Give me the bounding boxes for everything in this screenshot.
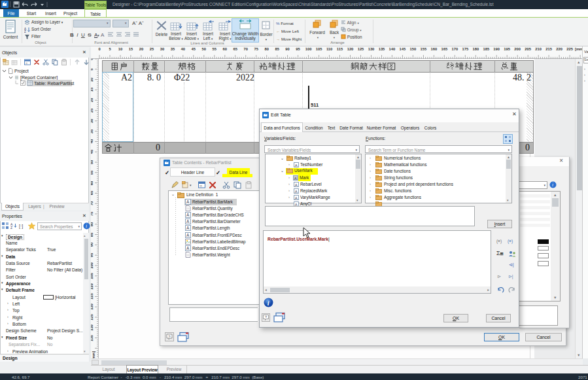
svg-text:A: A — [186, 246, 190, 250]
svg-text:A: A — [295, 164, 298, 167]
svg-text:i: i — [86, 223, 87, 229]
svg-text:Z: Z — [24, 30, 26, 33]
svg-text:A: A — [186, 233, 190, 237]
svg-text:A: A — [295, 196, 298, 199]
svg-text:A: A — [294, 176, 297, 180]
svg-text:A: A — [186, 213, 190, 217]
svg-text:i: i — [268, 300, 269, 307]
svg-text:A: A — [186, 226, 190, 230]
svg-text:A: A — [186, 219, 190, 224]
svg-text:A: A — [295, 182, 298, 186]
svg-text:A: A — [186, 199, 190, 204]
svg-text:A: A — [295, 189, 298, 193]
svg-text:Z: Z — [10, 226, 12, 229]
svg-text:?: ? — [265, 315, 267, 319]
svg-text:i: i — [552, 182, 553, 188]
svg-text:[·]: [·] — [19, 224, 23, 229]
